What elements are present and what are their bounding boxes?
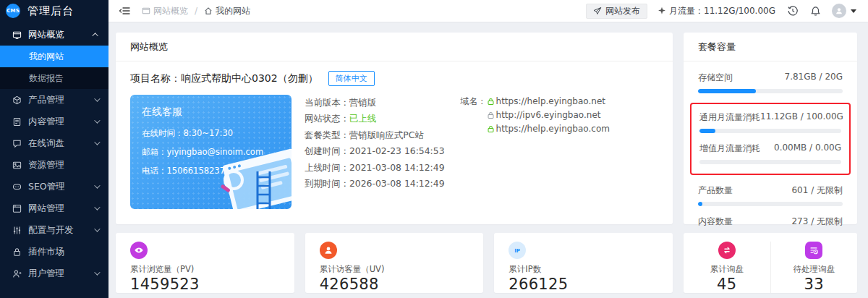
domain-list: 域名： https://help.eyingbao.net xyxy=(461,95,610,209)
site-overview-submenu: 我的网站 数据报告 xyxy=(0,46,109,89)
capacity-card-title: 套餐容量 xyxy=(684,33,857,61)
stat-card-pv: 累计浏览量（PV) 1459523 xyxy=(116,233,294,293)
info-current-version: 当前版本：营销版 xyxy=(305,95,445,111)
sidebar-item-label: 产品管理 xyxy=(28,94,94,106)
app-title: 管理后台 xyxy=(27,4,74,18)
lock-icon xyxy=(487,125,495,133)
capacity-row-addon-traffic: 增值月流量消耗0.00MB / 0.00G xyxy=(699,142,841,164)
lock-icon xyxy=(487,111,495,119)
package-capacity-card: 套餐容量 存储空间7.81GB / 20G 通用月流量消耗11.12GB / 1… xyxy=(684,33,857,224)
sidebar-item-site-overview[interactable]: 网站概览 xyxy=(0,24,109,46)
stat-total-inquiries: 累计询盘 45 xyxy=(684,242,770,293)
domain-link[interactable]: https://help.eyingbao.com xyxy=(487,122,610,136)
stat-label: 累计IP数 xyxy=(509,264,658,275)
user-icon xyxy=(12,268,22,278)
plugin-lock-icon xyxy=(12,247,22,257)
flight-icon xyxy=(658,7,666,15)
browser-window-icon xyxy=(12,203,22,213)
sidebar-item-config-dev[interactable]: 配置与开发 xyxy=(0,219,109,241)
notifications-bell-icon[interactable] xyxy=(810,6,821,17)
user-menu[interactable] xyxy=(832,4,856,18)
chevron-down-icon xyxy=(94,204,100,210)
chevron-down-icon xyxy=(94,182,100,188)
history-icon[interactable] xyxy=(787,5,799,17)
site-info-list: 当前版本：营销版 网站状态：已上线 套餐类型：营销版响应式PC站 创建时间：20… xyxy=(305,95,445,209)
breadcrumb: 网站概览 / 我的网站 xyxy=(142,5,250,17)
sidebar-collapse-icon[interactable] xyxy=(119,6,130,16)
service-title: 在线客服 xyxy=(142,106,280,119)
browser-icon xyxy=(142,7,150,15)
sidebar-item-resource-mgmt[interactable]: 资源管理 xyxy=(0,154,109,176)
chat-bubble-icon xyxy=(12,138,22,148)
stat-label: 待处理询盘 xyxy=(793,264,835,275)
info-expire-time: 到期时间：2026-03-08 14:12:49 xyxy=(305,176,445,192)
progress-bar xyxy=(698,89,843,93)
site-overview-icon xyxy=(12,30,22,40)
eye-icon xyxy=(130,242,148,259)
domain-link[interactable]: https://help.eyingbao.net xyxy=(487,95,610,108)
stat-value: 1459523 xyxy=(130,276,280,293)
breadcrumb-site-overview[interactable]: 网站概览 xyxy=(142,5,188,17)
chevron-down-icon xyxy=(94,95,100,101)
domain-label: 域名： xyxy=(461,95,487,136)
sidebar-item-product-mgmt[interactable]: 产品管理 xyxy=(0,89,109,111)
info-online-time: 上线时间：2021-03-08 14:12:49 xyxy=(305,160,445,176)
website-overview-card: 网站概览 项目名称：响应式帮助中心0302（勿删） 简体中文 在线客服 在线时间… xyxy=(116,33,673,224)
sidebar-item-user-mgmt[interactable]: 用户管理 xyxy=(0,263,109,284)
publish-website-button[interactable]: 网站发布 xyxy=(586,4,647,19)
product-cube-icon xyxy=(12,95,22,105)
sidebar-item-website-mgmt[interactable]: 网站管理 xyxy=(0,197,109,219)
stat-pending-inquiries: 待处理询盘 33 xyxy=(770,242,858,293)
sidebar-item-seo-mgmt[interactable]: SEO管理 xyxy=(0,176,109,197)
stat-card-uv: 累计访客量（UV) 426588 xyxy=(305,233,484,293)
status-online: 已上线 xyxy=(349,113,376,124)
sidebar: CMS 管理后台 网站概览 我的网站 数据报告 产品管理 xyxy=(0,0,109,298)
monthly-traffic-indicator: 月流量：11.12G/100.00G xyxy=(658,5,775,17)
stat-label: 累计询盘 xyxy=(710,264,744,275)
progress-bar xyxy=(698,202,843,206)
sidebar-item-my-website[interactable]: 我的网站 xyxy=(0,46,109,67)
seo-icon xyxy=(12,182,22,192)
lock-icon xyxy=(487,98,495,106)
topbar-right: 网站发布 月流量：11.12G/100.00G xyxy=(586,4,856,19)
pending-list-icon xyxy=(805,242,822,259)
sidebar-item-label: 网站概览 xyxy=(28,29,94,41)
svg-text:IP: IP xyxy=(514,248,520,254)
sidebar-item-label: 内容管理 xyxy=(28,116,94,128)
stat-card-ip: IP 累计IP数 266125 xyxy=(494,233,673,293)
traffic-highlight-box: 通用月流量消耗11.12GB / 100.00G 增值月流量消耗0.00MB /… xyxy=(690,103,851,175)
sidebar-item-label: SEO管理 xyxy=(28,181,94,193)
stat-value: 33 xyxy=(804,276,824,293)
sidebar-item-label: 插件市场 xyxy=(28,246,98,258)
overview-card-title: 网站概览 xyxy=(116,33,673,61)
progress-bar xyxy=(699,129,841,133)
sidebar-item-content-mgmt[interactable]: 内容管理 xyxy=(0,111,109,132)
domain-link[interactable]: http://ipv6.eyingbao.net xyxy=(487,108,610,122)
content-doc-icon xyxy=(12,116,22,127)
stat-label: 累计访客量（UV) xyxy=(320,264,469,275)
resource-image-icon xyxy=(12,160,22,170)
sidebar-item-online-inquiry[interactable]: 在线询盘 xyxy=(0,132,109,154)
progress-bar xyxy=(699,160,841,164)
topbar: 网站概览 / 我的网站 网站发布 月流量：11.12G/100.00G xyxy=(109,0,868,22)
main-content: 网站概览 项目名称：响应式帮助中心0302（勿删） 简体中文 在线客服 在线时间… xyxy=(109,22,868,298)
logo-row: CMS 管理后台 xyxy=(0,0,109,22)
capacity-row-storage: 存储空间7.81GB / 20G xyxy=(698,72,843,93)
visitor-icon xyxy=(320,242,337,259)
avatar xyxy=(832,4,846,18)
capacity-row-products: 产品数量601 / 无限制 xyxy=(698,184,843,206)
chevron-down-icon xyxy=(851,9,856,13)
info-site-status: 网站状态：已上线 xyxy=(305,111,445,127)
chevron-down-icon xyxy=(94,269,100,275)
language-badge[interactable]: 简体中文 xyxy=(328,71,375,86)
capacity-row-general-traffic: 通用月流量消耗11.12GB / 100.00G xyxy=(699,111,841,133)
info-package-type: 套餐类型：营销版响应式PC站 xyxy=(305,127,445,143)
sidebar-item-label: 在线询盘 xyxy=(28,137,94,150)
breadcrumb-my-website[interactable]: 我的网站 xyxy=(204,5,250,17)
paper-plane-icon xyxy=(593,7,602,15)
sidebar-item-plugin-market[interactable]: 插件市场 xyxy=(0,241,109,263)
sidebar-item-data-report[interactable]: 数据报告 xyxy=(0,67,109,89)
sidebar-item-label: 网站管理 xyxy=(28,203,94,215)
stat-value: 266125 xyxy=(509,276,658,293)
customer-service-card: 在线客服 在线时间：8:30~17:30 邮箱：yiyingbao@sinoim… xyxy=(130,95,292,209)
